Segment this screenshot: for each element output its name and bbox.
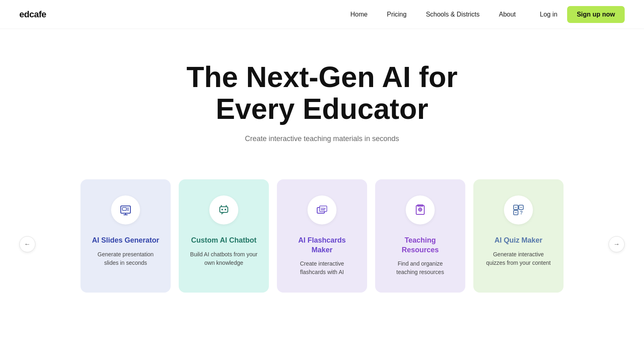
svg-rect-7 <box>220 207 228 212</box>
svg-rect-3 <box>122 208 126 210</box>
ai-flashcards-icon-wrap <box>308 195 336 224</box>
custom-chatbot-title: Custom AI Chatbot <box>191 236 256 245</box>
ai-flashcards-title: AI Flashcards Maker <box>288 236 356 255</box>
chatbot-icon <box>217 204 230 216</box>
card-ai-quiz[interactable]: ? AI Quiz Maker Generate interactive qui… <box>473 179 564 293</box>
login-button[interactable]: Log in <box>540 11 557 18</box>
nav-pricing[interactable]: Pricing <box>387 11 407 18</box>
quiz-icon: ? <box>512 204 525 216</box>
svg-text:?: ? <box>520 210 523 216</box>
ai-quiz-icon-wrap: ? <box>504 195 533 224</box>
cards-section: ← AI Slides Generator Generate presentat… <box>0 167 644 321</box>
nav-home[interactable]: Home <box>351 11 368 18</box>
chevron-right-icon: → <box>613 241 620 248</box>
card-ai-flashcards[interactable]: AI Flashcards Maker Create interactive f… <box>277 179 367 293</box>
hero-subtitle: Create interactive teaching materials in… <box>19 135 625 143</box>
nav-links: Home Pricing Schools & Districts About <box>351 11 516 18</box>
hero-title: The Next-Gen AI for Every Educator <box>181 61 463 125</box>
svg-point-9 <box>225 209 226 210</box>
cards-container: AI Slides Generator Generate presentatio… <box>40 175 604 297</box>
carousel-prev-button[interactable]: ← <box>19 236 35 252</box>
resources-icon <box>414 204 427 216</box>
slides-icon <box>119 204 132 216</box>
ai-slides-desc: Generate presentation slides in seconds <box>92 250 159 267</box>
ai-slides-title: AI Slides Generator <box>92 236 159 245</box>
custom-chatbot-desc: Build AI chatbots from your own knowledg… <box>190 250 258 267</box>
navbar: edcafe Home Pricing Schools & Districts … <box>0 0 644 29</box>
svg-point-8 <box>221 209 223 210</box>
chevron-left-icon: ← <box>24 241 31 248</box>
teaching-resources-icon-wrap <box>406 195 435 224</box>
nav-about[interactable]: About <box>499 11 516 18</box>
card-ai-slides[interactable]: AI Slides Generator Generate presentatio… <box>80 179 171 293</box>
card-custom-chatbot[interactable]: Custom AI Chatbot Build AI chatbots from… <box>179 179 269 293</box>
ai-slides-icon-wrap <box>111 195 140 224</box>
custom-chatbot-icon-wrap <box>209 195 238 224</box>
teaching-resources-desc: Find and organize teaching resources <box>386 260 454 276</box>
nav-schools[interactable]: Schools & Districts <box>426 11 479 18</box>
ai-quiz-title: AI Quiz Maker <box>494 236 542 245</box>
ai-quiz-desc: Generate interactive quizzes from your c… <box>485 250 552 267</box>
card-teaching-resources[interactable]: Teaching Resources Find and organize tea… <box>375 179 465 293</box>
logo[interactable]: edcafe <box>19 9 46 20</box>
ai-flashcards-desc: Create interactive flashcards with AI <box>288 260 356 276</box>
teaching-resources-title: Teaching Resources <box>386 236 454 255</box>
hero-section: The Next-Gen AI for Every Educator Creat… <box>0 29 644 167</box>
signup-button[interactable]: Sign up now <box>567 6 625 23</box>
nav-actions: Log in Sign up now <box>540 6 625 23</box>
flashcards-icon <box>316 204 328 216</box>
carousel-next-button[interactable]: → <box>609 236 625 252</box>
